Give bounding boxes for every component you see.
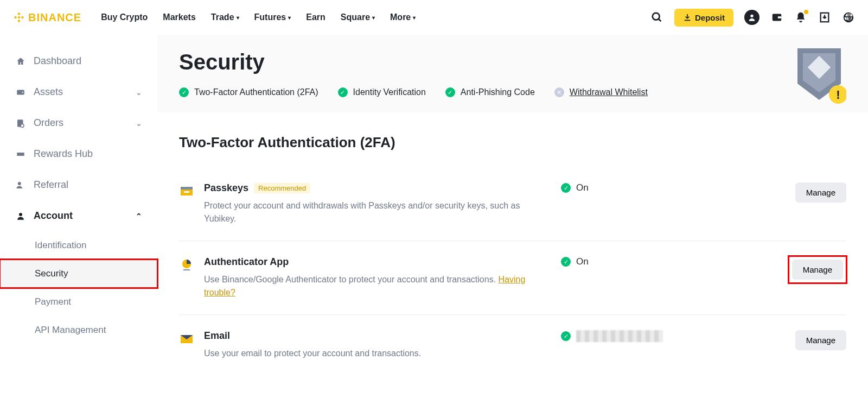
chevron-down-icon: ▾ [288, 15, 291, 21]
nav-markets[interactable]: Markets [163, 12, 195, 22]
brand-text: BINANCE [28, 11, 81, 24]
email-icon [179, 331, 194, 346]
status-row: ✓Two-Factor Authentication (2FA) ✓Identi… [179, 87, 846, 97]
x-icon: ✕ [554, 87, 564, 97]
nav-trade[interactable]: Trade▾ [211, 12, 239, 22]
svg-rect-19 [183, 269, 190, 270]
row-status: ✓On [561, 256, 680, 267]
profile-icon[interactable] [744, 10, 760, 25]
sidebar: Dashboard Assets ⌄ Orders ⌄ Rewards Hub … [0, 35, 157, 397]
notifications-icon[interactable] [794, 11, 807, 24]
chevron-down-icon: ▾ [372, 15, 375, 21]
row-title-text: Email [204, 330, 230, 342]
nav-more[interactable]: More▾ [390, 12, 416, 22]
sidebar-item-assets[interactable]: Assets ⌄ [0, 77, 157, 108]
row-email: Email Use your email to protect your acc… [179, 315, 846, 375]
sidebar-item-account[interactable]: Account ⌃ [0, 200, 157, 231]
svg-rect-17 [184, 191, 189, 193]
svg-point-10 [18, 182, 21, 185]
status-withdrawal-whitelist[interactable]: ✕Withdrawal Whitelist [554, 87, 648, 97]
svg-rect-16 [181, 187, 193, 190]
manage-email-button[interactable]: Manage [795, 330, 846, 350]
check-icon: ✓ [561, 257, 571, 267]
section-title: Two-Factor Authentication (2FA) [179, 134, 846, 151]
row-authenticator: Authenticator App Use Binance/Google Aut… [179, 241, 846, 315]
sidebar-item-orders[interactable]: Orders ⌄ [0, 108, 157, 138]
check-icon: ✓ [445, 87, 455, 97]
deposit-button[interactable]: Deposit [674, 9, 733, 27]
manage-passkeys-button[interactable]: Manage [795, 182, 846, 203]
check-icon: ✓ [561, 331, 571, 341]
sidebar-sub-api-management[interactable]: API Management [0, 316, 157, 344]
check-icon: ✓ [561, 183, 571, 193]
nav-buy-crypto[interactable]: Buy Crypto [101, 12, 148, 22]
main-nav: Buy Crypto Markets Trade▾ Futures▾ Earn … [101, 12, 416, 22]
notification-dot [804, 10, 808, 14]
home-icon [15, 56, 26, 67]
manage-authenticator-button[interactable]: Manage [792, 260, 843, 280]
check-icon: ✓ [338, 87, 348, 97]
row-status: ✓On [561, 182, 680, 193]
row-desc: Protect your account and withdrawals wit… [204, 199, 551, 225]
row-status: ✓ [561, 330, 680, 342]
status-antiphishing: ✓Anti-Phishing Code [445, 87, 535, 97]
sidebar-item-dashboard[interactable]: Dashboard [0, 46, 157, 77]
svg-point-7 [22, 91, 23, 92]
header-actions: Deposit [650, 9, 855, 27]
main-content: Security ✓Two-Factor Authentication (2FA… [157, 35, 868, 397]
downloads-icon[interactable] [818, 11, 831, 24]
orders-icon [15, 118, 26, 129]
ticket-icon [15, 149, 26, 160]
nav-earn[interactable]: Earn [306, 12, 326, 22]
svg-point-11 [19, 213, 22, 216]
chevron-down-icon: ⌄ [136, 119, 142, 128]
binance-icon [13, 11, 25, 23]
page-title: Security [179, 50, 846, 74]
redacted-email [576, 330, 663, 342]
download-icon [683, 13, 692, 22]
recommended-badge: Recommended [254, 183, 310, 193]
top-header: BINANCE Buy Crypto Markets Trade▾ Future… [0, 0, 868, 35]
passkeys-icon [179, 184, 194, 199]
wallet-icon [15, 87, 26, 98]
page-hero: Security ✓Two-Factor Authentication (2FA… [157, 35, 868, 112]
row-title-text: Passkeys [204, 182, 248, 194]
row-passkeys: PasskeysRecommended Protect your account… [179, 167, 846, 241]
check-icon: ✓ [179, 87, 189, 97]
sidebar-sub-payment[interactable]: Payment [0, 288, 157, 316]
sidebar-item-referral[interactable]: Referral [0, 169, 157, 200]
chevron-up-icon: ⌃ [136, 212, 142, 220]
chevron-down-icon: ⌄ [136, 88, 142, 97]
row-desc: Use your email to protect your account a… [204, 347, 551, 360]
chevron-down-icon: ▾ [413, 15, 416, 21]
sidebar-item-rewards-hub[interactable]: Rewards Hub [0, 138, 157, 169]
content-area: Two-Factor Authentication (2FA) Passkeys… [157, 112, 868, 397]
svg-rect-4 [778, 16, 781, 18]
search-icon[interactable] [650, 11, 663, 24]
row-title-text: Authenticator App [204, 256, 289, 268]
svg-text:!: ! [836, 88, 840, 102]
person-add-icon [15, 180, 26, 191]
brand-logo[interactable]: BINANCE [13, 11, 81, 24]
svg-point-9 [21, 124, 24, 127]
nav-futures[interactable]: Futures▾ [254, 12, 291, 22]
row-desc: Use Binance/Google Authenticator to prot… [204, 275, 496, 284]
sidebar-sub-identification[interactable]: Identification [0, 231, 157, 260]
person-icon [15, 211, 26, 222]
svg-point-2 [750, 15, 753, 17]
wallet-icon[interactable] [770, 11, 783, 24]
status-2fa: ✓Two-Factor Authentication (2FA) [179, 87, 318, 97]
chevron-down-icon: ▾ [237, 15, 239, 21]
authenticator-icon [179, 257, 194, 273]
security-shield-badge: ! [792, 46, 846, 108]
status-identity: ✓Identity Verification [338, 87, 426, 97]
svg-line-1 [659, 19, 661, 22]
globe-icon[interactable] [842, 11, 855, 24]
nav-square[interactable]: Square▾ [341, 12, 375, 22]
sidebar-sub-security[interactable]: Security [0, 260, 157, 288]
svg-point-0 [653, 13, 660, 20]
